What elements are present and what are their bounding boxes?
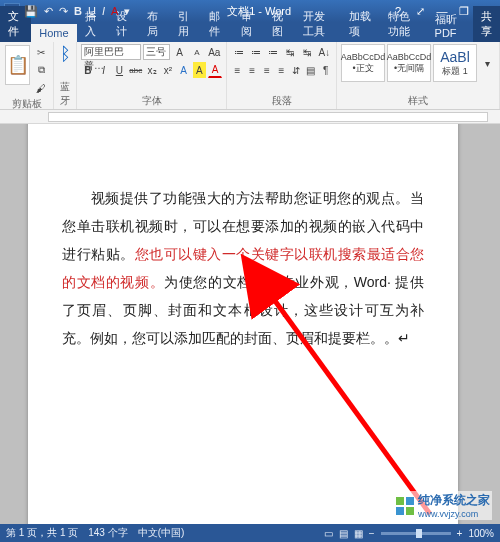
style-preview: AaBbCcDd	[387, 52, 432, 62]
styles-group-label: 样式	[341, 93, 495, 108]
style-heading1[interactable]: AaBl 标题 1	[433, 44, 477, 82]
clipboard-label: 剪贴板	[4, 96, 49, 111]
status-bar: 第 1 页，共 1 页 143 个字 中文(中国) ▭ ▤ ▦ − + 100%	[0, 524, 500, 542]
align-left-icon[interactable]: ≡	[231, 62, 244, 78]
shading-icon[interactable]: ▤	[305, 62, 318, 78]
group-paragraph: ≔ ≔ ≔ ↹ ↹ A↓ ≡ ≡ ≡ ≡ ⇵ ▤ ¶ 段落	[227, 42, 337, 109]
styles-more-icon[interactable]: ▾	[479, 55, 495, 71]
copy-icon[interactable]: ⧉	[33, 62, 49, 78]
zoom-level[interactable]: 100%	[468, 528, 494, 539]
tab-home[interactable]: Home	[31, 24, 76, 42]
style-name: •正文	[352, 62, 373, 75]
group-bluetooth: ᛒ 蓝牙	[54, 42, 77, 109]
style-preview: AaBbCcDd	[341, 52, 386, 62]
italic-icon[interactable]: I	[97, 62, 111, 78]
line-spacing-icon[interactable]: ⇵	[290, 62, 303, 78]
paste-button[interactable]: 📋	[5, 45, 30, 85]
qat-fontcolor[interactable]: A	[111, 5, 118, 17]
tab-references[interactable]: 引用	[170, 6, 201, 42]
document-body[interactable]: 视频提供了功能强大的方法帮助您证明您的观点。当您单击联机视频时，可以在想要添加的…	[62, 184, 424, 352]
group-styles: AaBbCcDd •正文 AaBbCcDd •无间隔 AaBl 标题 1 ▾ 样…	[337, 42, 500, 109]
status-word-count[interactable]: 143 个字	[88, 526, 127, 540]
cut-icon[interactable]: ✂	[33, 44, 49, 60]
tab-addins[interactable]: 加载项	[341, 6, 380, 42]
view-read-icon[interactable]: ▭	[324, 528, 333, 539]
font-color-icon[interactable]: A	[208, 62, 222, 78]
align-right-icon[interactable]: ≡	[260, 62, 273, 78]
zoom-out-button[interactable]: −	[369, 528, 375, 539]
style-normal[interactable]: AaBbCcDd •正文	[341, 44, 385, 82]
bullets-icon[interactable]: ≔	[231, 44, 246, 60]
group-clipboard: 📋 ✂ ⧉ 🖌 剪贴板	[0, 42, 54, 109]
document-area[interactable]: 视频提供了功能强大的方法帮助您证明您的观点。当您单击联机视频时，可以在想要添加的…	[0, 124, 500, 524]
justify-icon[interactable]: ≡	[275, 62, 288, 78]
font-name-combo[interactable]: 阿里巴巴普…	[81, 44, 141, 60]
tab-developer[interactable]: 开发工具	[295, 6, 341, 42]
status-page[interactable]: 第 1 页，共 1 页	[6, 526, 78, 540]
share-button[interactable]: 共享	[473, 6, 500, 42]
qat-redo[interactable]: ↷	[59, 5, 68, 18]
tab-view[interactable]: 视图	[264, 6, 295, 42]
decrease-indent-icon[interactable]: ↹	[283, 44, 298, 60]
align-center-icon[interactable]: ≡	[246, 62, 259, 78]
zoom-in-button[interactable]: +	[457, 528, 463, 539]
highlight-icon[interactable]: A	[193, 62, 207, 78]
increase-indent-icon[interactable]: ↹	[300, 44, 315, 60]
qat-more[interactable]: ▾	[124, 5, 130, 18]
quick-access-toolbar: 💾 ↶ ↷ B U I A ▾	[24, 5, 130, 18]
watermark-url: www.vvjzy.com	[418, 509, 490, 519]
subscript-icon[interactable]: x₂	[145, 62, 159, 78]
group-font: 阿里巴巴普… 三号 A A Aa B I U abc x₂ x² A A A 字…	[77, 42, 227, 109]
ribbon: 📋 ✂ ⧉ 🖌 剪贴板 ᛒ 蓝牙 阿里巴巴普… 三号 A A Aa B I U	[0, 42, 500, 110]
status-language[interactable]: 中文(中国)	[138, 526, 185, 540]
grow-font-icon[interactable]: A	[172, 44, 187, 60]
horizontal-ruler[interactable]	[0, 110, 500, 124]
font-group-label: 字体	[81, 93, 222, 108]
page[interactable]: 视频提供了功能强大的方法帮助您证明您的观点。当您单击联机视频时，可以在想要添加的…	[28, 124, 458, 524]
watermark-text: 纯净系统之家	[418, 492, 490, 509]
style-name: 标题 1	[442, 65, 468, 78]
numbering-icon[interactable]: ≔	[248, 44, 263, 60]
style-preview: AaBl	[440, 49, 470, 65]
bluetooth-label: 蓝牙	[58, 79, 72, 108]
qat-save[interactable]: 💾	[24, 5, 38, 18]
tab-review[interactable]: 审阅	[233, 6, 264, 42]
view-print-icon[interactable]: ▤	[339, 528, 348, 539]
qat-undo[interactable]: ↶	[44, 5, 53, 18]
change-case-icon[interactable]: Aa	[207, 44, 222, 60]
qat-underline[interactable]: U	[88, 5, 96, 17]
paragraph-group-label: 段落	[231, 93, 332, 108]
qat-bold[interactable]: B	[74, 5, 82, 17]
ribbon-tabs: 文件 Home 插入 设计 布局 引用 邮件 审阅 视图 开发工具 加载项 特色…	[0, 22, 500, 42]
zoom-slider[interactable]	[381, 532, 451, 535]
superscript-icon[interactable]: x²	[161, 62, 175, 78]
view-web-icon[interactable]: ▦	[354, 528, 363, 539]
tab-features[interactable]: 特色功能	[380, 6, 426, 42]
qat-italic[interactable]: I	[102, 5, 105, 17]
paragraph-mark: 。↵	[384, 330, 410, 346]
show-marks-icon[interactable]: ¶	[319, 62, 332, 78]
sort-icon[interactable]: A↓	[317, 44, 332, 60]
underline-icon[interactable]: U	[113, 62, 127, 78]
bold-icon[interactable]: B	[81, 62, 95, 78]
style-no-spacing[interactable]: AaBbCcDd •无间隔	[387, 44, 431, 82]
strikethrough-icon[interactable]: abc	[128, 62, 143, 78]
bluetooth-icon[interactable]: ᛒ	[58, 44, 72, 65]
tab-mailings[interactable]: 邮件	[201, 6, 232, 42]
multilevel-icon[interactable]: ≔	[265, 44, 280, 60]
format-painter-icon[interactable]: 🖌	[33, 80, 49, 96]
watermark-logo-icon	[396, 497, 414, 515]
font-size-combo[interactable]: 三号	[143, 44, 170, 60]
style-name: •无间隔	[394, 62, 424, 75]
tab-layout[interactable]: 布局	[139, 6, 170, 42]
tab-foxit-pdf[interactable]: 福昕PDF	[427, 9, 473, 42]
watermark: 纯净系统之家 www.vvjzy.com	[394, 491, 492, 520]
shrink-font-icon[interactable]: A	[189, 44, 204, 60]
text-effects-icon[interactable]: A	[177, 62, 191, 78]
